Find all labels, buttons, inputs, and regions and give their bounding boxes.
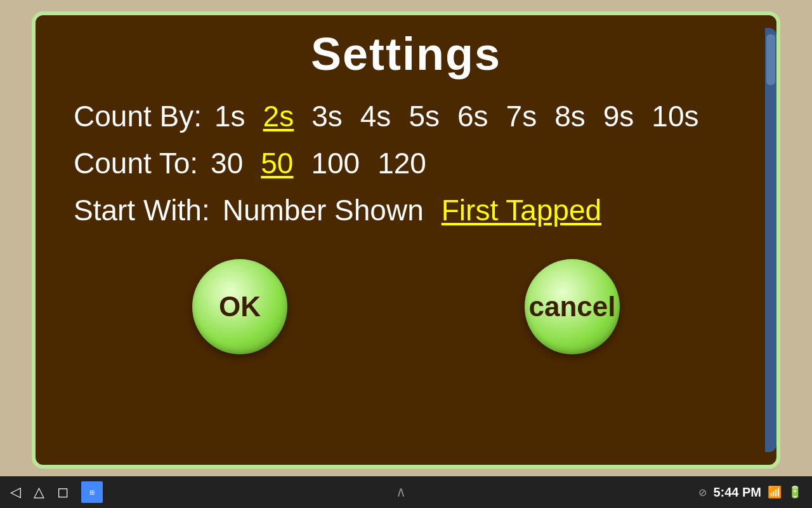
count-to-50[interactable]: 50 — [261, 146, 293, 180]
scrollbar[interactable] — [765, 28, 776, 452]
scrollbar-thumb[interactable] — [766, 34, 775, 85]
ok-button[interactable]: OK — [192, 259, 287, 354]
count-by-5s[interactable]: 5s — [409, 99, 440, 133]
start-with-first-tapped[interactable]: First Tapped — [442, 193, 601, 227]
count-by-3s[interactable]: 3s — [311, 99, 343, 133]
count-by-row: Count By: 1s 2s 3s 4s 5s 6s 7s 8s 9s 10s — [74, 99, 717, 133]
recent-apps-button[interactable]: ◻ — [57, 484, 69, 500]
count-by-8s[interactable]: 8s — [554, 99, 586, 133]
settings-dialog: Settings Count By: 1s 2s 3s 4s 5s 6s 7s … — [32, 11, 780, 469]
no-sim-icon: ⊘ — [698, 486, 707, 498]
status-indicators: ⊘ 5:44 PM 📶 🔋 — [698, 485, 802, 500]
start-with-label: Start With: — [74, 193, 210, 227]
signal-icon: 📶 — [768, 485, 782, 499]
count-to-30[interactable]: 30 — [211, 146, 243, 180]
home-button[interactable]: △ — [34, 484, 44, 500]
start-with-row: Start With: Number Shown First Tapped — [74, 193, 619, 227]
count-by-label: Count By: — [74, 99, 202, 133]
count-by-7s[interactable]: 7s — [506, 99, 537, 133]
buttons-row: OK cancel — [74, 259, 738, 354]
count-to-label: Count To: — [74, 146, 198, 180]
count-by-10s[interactable]: 10s — [652, 99, 698, 133]
count-by-2s[interactable]: 2s — [263, 99, 294, 133]
statusbar: ◁ △ ◻ ⊞ ∧ ⊘ 5:44 PM 📶 🔋 — [0, 476, 812, 508]
clock: 5:44 PM — [713, 485, 761, 500]
count-to-120[interactable]: 120 — [377, 146, 426, 180]
qr-button[interactable]: ⊞ — [81, 481, 103, 503]
count-to-100[interactable]: 100 — [311, 146, 360, 180]
up-arrow-button[interactable]: ∧ — [396, 484, 406, 500]
count-by-6s[interactable]: 6s — [457, 99, 488, 133]
back-button[interactable]: ◁ — [10, 484, 21, 500]
count-by-1s[interactable]: 1s — [214, 99, 246, 133]
cancel-button[interactable]: cancel — [525, 259, 620, 354]
start-with-number-shown[interactable]: Number Shown — [223, 193, 424, 227]
count-to-row: Count To: 30 50 100 120 — [74, 146, 444, 180]
count-by-9s[interactable]: 9s — [603, 99, 634, 133]
count-by-4s[interactable]: 4s — [360, 99, 391, 133]
battery-icon: 🔋 — [788, 485, 802, 499]
dialog-title: Settings — [74, 15, 738, 99]
screen: Settings Count By: 1s 2s 3s 4s 5s 6s 7s … — [0, 0, 812, 476]
nav-buttons: ◁ △ ◻ ⊞ — [10, 481, 103, 503]
